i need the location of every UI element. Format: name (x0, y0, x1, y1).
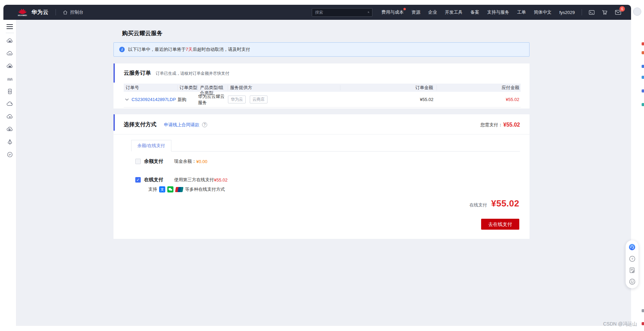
feedback-smiley-icon[interactable] (629, 278, 636, 285)
banner-text-prefix: 以下订单中，最近的订单将于 (128, 46, 186, 53)
cloud-upload-icon[interactable] (6, 113, 14, 120)
nav-link-language[interactable]: 简体中文 (534, 9, 551, 15)
need-pay-amount: ¥55.02 (503, 122, 520, 128)
cloud-icon[interactable] (6, 100, 14, 108)
alipay-icon: 支 (159, 186, 165, 192)
nav-link-devtools[interactable]: 开发工具 (445, 9, 462, 15)
home-icon (63, 10, 68, 15)
cloud-host-icon[interactable] (6, 62, 14, 70)
console-home-link[interactable]: 控制台 (63, 9, 83, 15)
col-order-no: 订单号 (124, 85, 178, 90)
svg-text:?: ? (631, 257, 633, 261)
screen-edge-fragment (642, 309, 644, 312)
customer-service-icon[interactable] (628, 243, 636, 251)
total-amount: ¥55.02 (491, 198, 519, 209)
payment-tabbar: 余额/在线支付 (131, 140, 520, 152)
notification-dot (403, 8, 406, 10)
balance-pay-row: 余额支付 现金余额： ¥0.00 (135, 158, 530, 164)
cash-balance-amount: ¥0.00 (196, 159, 208, 164)
eip-icon[interactable]: IP (6, 151, 14, 158)
supported-methods-row: 支持 支 等多种在线支付方式 (148, 186, 530, 192)
provider-tag-huaweicloud: 华为云 (228, 96, 246, 103)
search-box[interactable] (312, 8, 372, 17)
cloud-order-card: 云服务订单 订单已生成，请核对订单金额并尽快支付 订单号 订单类型 产品类型/组… (113, 63, 530, 109)
online-pay-row: ✓ 在线支付 使用第三方在线支付 ¥55.02 (135, 177, 530, 183)
huawei-logo[interactable]: HUAWEI (18, 9, 27, 16)
screen-edge-fragment (642, 322, 644, 325)
sidebar-divider (6, 33, 14, 33)
menu-icon[interactable] (6, 24, 13, 29)
col-order-type: 订单类型 (178, 85, 198, 90)
sidebar-service-icons: IP (3, 37, 16, 158)
wechat-bubble-icon (168, 188, 172, 191)
tab-balance-online-pay[interactable]: 余额/在线支付 (131, 140, 171, 152)
cash-balance-label: 现金余额： (174, 158, 196, 164)
online-pay-label: 在线支付 (144, 177, 166, 183)
cloud-dots-icon[interactable] (6, 50, 14, 57)
balance-pay-checkbox[interactable] (135, 159, 141, 164)
csdn-watermark: CSDN @冯运山 (603, 321, 637, 327)
go-online-pay-button[interactable]: 去在线支付 (481, 219, 519, 230)
nav-link-billing[interactable]: 费用与成本 (381, 9, 403, 15)
waves-icon[interactable] (6, 75, 14, 83)
provider-tag-marketplace: 云商店 (250, 96, 267, 103)
banner-text-highlight: 7天 (186, 46, 193, 53)
order-no-cell: CS230924142897LDP (124, 97, 178, 102)
navbar-links: 费用与成本 资源 企业 开发工具 备案 支持与服务 工单 简体中文 fys202… (381, 9, 575, 15)
cart-icon[interactable] (601, 9, 608, 16)
order-number-link[interactable]: CS230924142897LDP (132, 97, 176, 102)
nav-link-label: 费用与成本 (381, 10, 403, 15)
wechat-pay-icon (167, 186, 173, 192)
survey-icon[interactable] (629, 267, 635, 274)
nav-link-enterprise[interactable]: 企业 (428, 9, 437, 15)
floating-help-toolbar: ? (626, 240, 639, 288)
left-sidebar: IP (3, 20, 16, 326)
console-content-area: 购买云耀云服务 i 以下订单中，最近的订单将于 7天 后超时自动取消，请及时支付… (16, 20, 631, 326)
payment-method-card: 选择支付方式 申请线上合同请款 ? 您需支付： ¥55.02 余额/在线支付 余… (113, 114, 530, 239)
order-timeout-banner: i 以下订单中，最近的订单将于 7天 后超时自动取消，请及时支付 (113, 42, 530, 57)
console-label: 控制台 (70, 9, 83, 15)
screen-edge-fragment (642, 42, 644, 45)
navbar-divider (56, 9, 56, 15)
nav-link-resources[interactable]: 资源 (411, 9, 420, 15)
cloud-clock-icon[interactable] (6, 126, 14, 133)
online-pay-desc: 使用第三方在线支付 (174, 177, 214, 183)
help-question-icon[interactable]: ? (202, 122, 207, 127)
total-label: 在线支付 (469, 202, 487, 208)
online-pay-checkbox[interactable]: ✓ (135, 177, 141, 183)
order-type-cell: 新购 (178, 97, 198, 103)
prism-icon[interactable] (6, 138, 14, 146)
nav-link-support[interactable]: 支持与服务 (487, 9, 509, 15)
screen-edge-fragment (642, 103, 644, 106)
screen-edge-fragment (642, 89, 644, 92)
search-icon[interactable] (368, 10, 369, 15)
search-input[interactable] (315, 10, 368, 15)
huawei-logo-text: HUAWEI (18, 14, 27, 16)
support-suffix: 等多种在线支付方式 (185, 186, 225, 192)
order-table-header: 订单号 订单类型 产品类型/组合类型 服务提供方 订单金额 应付金额 (124, 84, 521, 92)
product-type-cell: 华为云云耀云服务 (198, 93, 228, 106)
chevron-down-icon[interactable] (125, 98, 129, 101)
navbar-icons: 6 (582, 9, 622, 16)
huawei-flower-icon (18, 9, 27, 14)
device-cloud-icon[interactable] (6, 88, 14, 95)
payable-amount-cell: ¥55.02 (437, 97, 521, 102)
order-section-header: 云服务订单 订单已生成，请核对订单金额并尽快支付 (113, 63, 530, 77)
help-circle-icon[interactable]: ? (629, 255, 636, 262)
support-prefix: 支持 (148, 186, 157, 192)
check-icon: ✓ (136, 177, 140, 182)
order-table: 订单号 订单类型 产品类型/组合类型 服务提供方 订单金额 应付金额 CS230… (124, 84, 521, 107)
info-icon: i (119, 47, 125, 52)
navbar-divider (582, 9, 582, 15)
cloud-server-icon[interactable] (6, 37, 14, 45)
contract-request-link[interactable]: 申请线上合同请款 (164, 122, 199, 128)
nav-link-tickets[interactable]: 工单 (517, 9, 526, 15)
unread-count-badge: 6 (619, 6, 625, 12)
cli-terminal-icon[interactable] (588, 9, 595, 16)
nav-link-account[interactable]: fys2029 (559, 10, 575, 15)
online-pay-amount: ¥55.02 (214, 177, 228, 183)
nav-link-icp[interactable]: 备案 (470, 9, 479, 15)
col-product-type: 产品类型/组合类型 (198, 85, 228, 90)
brand-name[interactable]: 华为云 (31, 9, 49, 16)
messages-button[interactable]: 6 (615, 9, 622, 15)
